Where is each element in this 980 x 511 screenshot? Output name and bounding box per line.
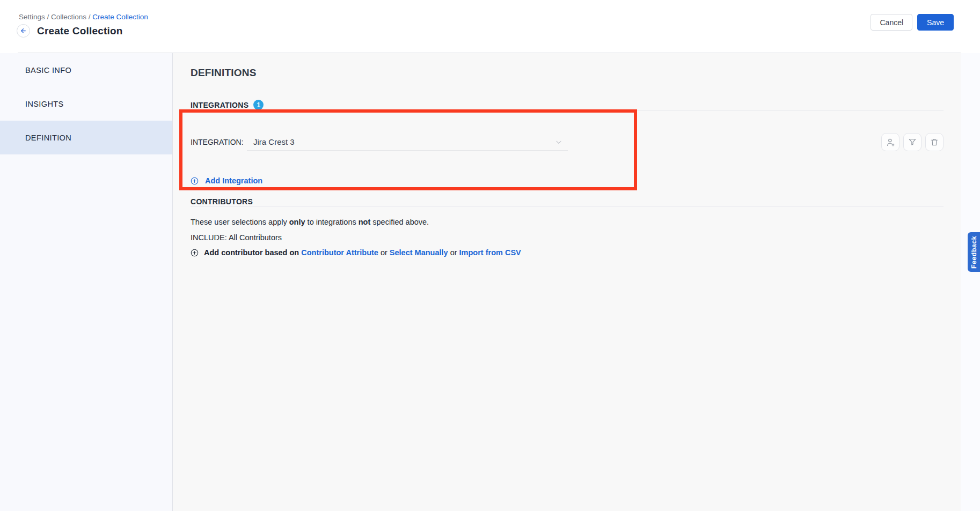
delete-integration-button[interactable] — [925, 133, 944, 151]
filter-integration-button[interactable] — [903, 133, 922, 151]
select-manually-link[interactable]: Select Manually — [390, 248, 448, 257]
desc-bold-not: not — [359, 218, 371, 226]
breadcrumb: Settings / Collections / Create Collecti… — [19, 13, 148, 21]
main-panel: DEFINITIONS INTEGRATIONS 1 INTEGRATION: … — [173, 53, 961, 511]
desc-bold-only: only — [289, 218, 305, 226]
desc-text: to integrations — [305, 218, 359, 226]
body: BASIC INFO INSIGHTS DEFINITION DEFINITIO… — [0, 53, 980, 511]
integration-row-actions — [881, 133, 944, 151]
sidebar-item-insights[interactable]: INSIGHTS — [0, 87, 172, 121]
include-contributors-line: INCLUDE: All Contributors — [191, 233, 944, 242]
page-header: Settings / Collections / Create Collecti… — [0, 0, 980, 53]
back-button[interactable] — [17, 24, 30, 38]
trash-icon — [930, 137, 939, 147]
or-separator: or — [378, 248, 390, 257]
add-contributor-row: Add contributor based on Contributor Att… — [191, 248, 944, 257]
contributors-label: CONTRIBUTORS — [191, 197, 253, 206]
integrations-label: INTEGRATIONS — [191, 101, 248, 109]
feedback-tab[interactable]: Feedback — [968, 232, 980, 272]
arrow-left-icon — [20, 27, 27, 34]
breadcrumb-current[interactable]: Create Collection — [92, 13, 148, 21]
integrations-count-badge: 1 — [253, 100, 264, 110]
filter-icon — [908, 137, 917, 147]
feedback-tab-label: Feedback — [970, 236, 978, 269]
user-add-icon — [886, 137, 896, 147]
sidebar: BASIC INFO INSIGHTS DEFINITION — [0, 53, 173, 511]
contributors-section-header: CONTRIBUTORS — [191, 197, 944, 206]
add-integration-link[interactable]: Add Integration — [191, 176, 262, 185]
contributors-description: These user selections apply only to inte… — [191, 218, 944, 226]
integration-dropdown[interactable]: Jira Crest 3 — [247, 133, 568, 151]
integration-row: INTEGRATION: Jira Crest 3 — [191, 133, 944, 151]
integration-field-label: INTEGRATION: — [191, 138, 242, 146]
title-row: Create Collection — [17, 24, 123, 38]
add-contributor-to-integration-button[interactable] — [881, 133, 899, 151]
add-integration-label: Add Integration — [205, 176, 262, 185]
integration-dropdown-value: Jira Crest 3 — [253, 137, 295, 146]
or-separator: or — [448, 248, 459, 257]
integrations-section-header: INTEGRATIONS 1 — [191, 100, 944, 110]
contributor-attribute-link[interactable]: Contributor Attribute — [301, 248, 378, 257]
add-contributor-prefix: Add contributor based on — [204, 248, 301, 257]
breadcrumb-path[interactable]: Settings / Collections / — [19, 13, 92, 21]
definitions-title: DEFINITIONS — [191, 67, 944, 79]
circle-plus-icon[interactable] — [191, 249, 199, 257]
page-title: Create Collection — [37, 25, 123, 37]
cancel-button[interactable]: Cancel — [871, 14, 912, 31]
desc-text: specified above. — [370, 218, 429, 226]
sidebar-item-definition[interactable]: DEFINITION — [0, 121, 172, 154]
sidebar-item-basic-info[interactable]: BASIC INFO — [0, 53, 172, 87]
desc-text: These user selections apply — [191, 218, 289, 226]
save-button[interactable]: Save — [917, 14, 954, 31]
circle-plus-icon — [191, 177, 199, 185]
chevron-down-icon — [555, 138, 562, 146]
right-margin-strip — [961, 53, 980, 511]
add-contributor-text: Add contributor based on Contributor Att… — [204, 248, 521, 257]
header-actions: Cancel Save — [871, 14, 954, 31]
import-from-csv-link[interactable]: Import from CSV — [459, 248, 521, 257]
